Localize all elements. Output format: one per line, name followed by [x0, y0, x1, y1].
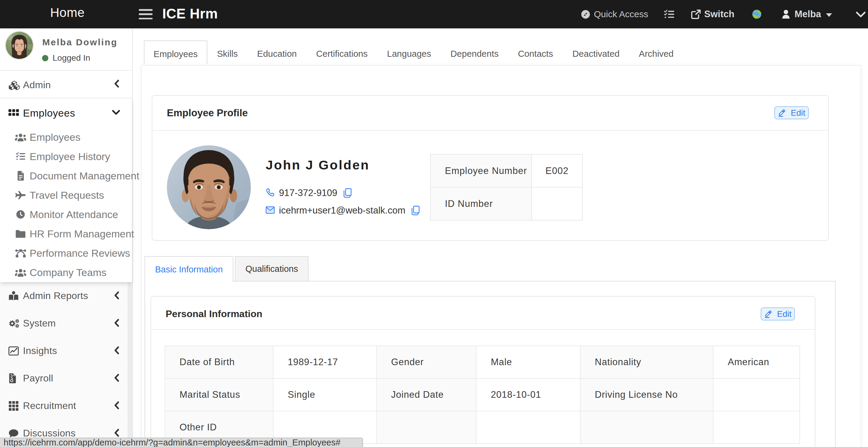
- chevron-down-icon: [112, 108, 121, 118]
- tab-archived[interactable]: Archived: [629, 40, 683, 64]
- sidebar-item-label: Monitor Attendance: [30, 209, 118, 221]
- sidebar-item-label: Company Teams: [30, 267, 107, 279]
- sidebar-group-label: Insights: [23, 345, 57, 356]
- copy-icon[interactable]: [411, 205, 421, 216]
- copy-icon[interactable]: [343, 188, 352, 198]
- pen-icon: [764, 310, 772, 318]
- chevron-left-icon: [113, 373, 121, 384]
- users-icon: [14, 268, 27, 277]
- users-icon: [14, 133, 27, 141]
- sidebar-item-performance-reviews[interactable]: Performance Reviews: [0, 244, 132, 263]
- sidebar-item-company-teams[interactable]: Company Teams: [0, 263, 132, 282]
- user-menu[interactable]: Melba: [781, 0, 832, 28]
- sidebar-item-document-management[interactable]: Document Management: [0, 166, 132, 186]
- sidebar-scrollbar[interactable]: [128, 282, 132, 447]
- chevron-down-icon[interactable]: [855, 0, 867, 28]
- chevron-left-icon: [113, 291, 121, 301]
- main-content: Employees Skills Education Certification…: [133, 28, 868, 447]
- sidebar-item-label: HR Form Management: [30, 228, 134, 240]
- info-value: 1989-12-17: [273, 346, 377, 378]
- tab-education[interactable]: Education: [248, 40, 306, 64]
- info-label: Date of Birth: [165, 346, 273, 378]
- info-label: Driving License No: [580, 378, 713, 411]
- sidebar-group-label: Employees: [23, 107, 75, 119]
- folder-icon: [14, 229, 27, 238]
- phone-number: 917-372-9109: [279, 188, 337, 198]
- edit-profile-button[interactable]: Edit: [774, 106, 809, 119]
- card-header: Personal Information Edit: [151, 296, 815, 330]
- tasks-button[interactable]: [664, 0, 675, 28]
- info-label: Marital Status: [165, 378, 273, 411]
- sidebar-group-label: Admin Reports: [23, 290, 88, 301]
- sidebar-group-label: Payroll: [23, 373, 53, 384]
- tab-languages[interactable]: Languages: [377, 40, 441, 64]
- chevron-left-icon: [113, 79, 121, 89]
- compass-icon: [581, 10, 590, 19]
- chevron-left-icon: [113, 428, 121, 439]
- bezier-curve-icon: [14, 249, 27, 258]
- info-value: 2018-10-01: [476, 378, 580, 411]
- sidebar-group-system[interactable]: System: [0, 310, 132, 337]
- tasks-icon: [664, 10, 675, 19]
- sidebar-group-admin-reports[interactable]: Admin Reports: [0, 282, 132, 310]
- sidebar-item-monitor-attendance[interactable]: Monitor Attendance: [0, 205, 132, 224]
- card-header: Employee Profile Edit: [152, 96, 828, 131]
- info-label: Gender: [377, 346, 476, 378]
- sidebar-group-admin[interactable]: Admin: [0, 71, 132, 98]
- tasks-icon: [14, 152, 27, 161]
- employee-photo: [167, 145, 251, 229]
- sidebar-item-travel-requests[interactable]: Travel Requests: [0, 186, 132, 205]
- switch-button[interactable]: Switch: [691, 0, 735, 28]
- pen-icon: [778, 109, 786, 117]
- info-value: [713, 378, 800, 411]
- external-link-icon: [691, 9, 701, 19]
- subtab-qualifications[interactable]: Qualifications: [235, 256, 309, 281]
- employee-meta-table: Employee Number E002 ID Number: [430, 154, 583, 221]
- sidebar-profile: Melba Dowling Logged In: [0, 28, 132, 71]
- sidebar-group-payroll[interactable]: Payroll: [0, 364, 132, 392]
- profile-subtabs: Basic Information Qualifications: [145, 256, 836, 282]
- sidebar-group-employees-header[interactable]: Employees: [0, 98, 132, 127]
- info-value: American: [713, 346, 800, 378]
- personal-info-table: Date of Birth 1989-12-17 Gender Male Nat…: [165, 346, 800, 444]
- meta-value: [532, 187, 582, 220]
- meta-value: E002: [532, 154, 582, 187]
- email-address: icehrm+user1@web-stalk.com: [279, 205, 405, 216]
- info-value: [476, 411, 580, 444]
- sidebar-item-hr-form-management[interactable]: HR Form Management: [0, 224, 132, 244]
- hamburger-icon[interactable]: [139, 9, 153, 19]
- browser-status-bar: https://icehrm.com/app/demo-icehrm/?g=ad…: [0, 438, 363, 447]
- meta-label: Employee Number: [430, 154, 532, 187]
- globe-icon[interactable]: [752, 0, 762, 28]
- sidebar-item-employee-history[interactable]: Employee History: [0, 147, 132, 166]
- tab-contacts[interactable]: Contacts: [508, 40, 563, 64]
- tab-dependents[interactable]: Dependents: [441, 40, 508, 64]
- card-title: Employee Profile: [167, 107, 248, 119]
- person-icon: [781, 9, 790, 19]
- chevron-left-icon: [113, 346, 121, 356]
- tab-skills[interactable]: Skills: [207, 40, 248, 64]
- sidebar-group-label: Recruitment: [23, 400, 76, 411]
- sidebar-group-insights[interactable]: Insights: [0, 337, 132, 364]
- info-label: [377, 411, 476, 444]
- email-row: icehrm+user1@web-stalk.com: [266, 204, 421, 217]
- plane-icon: [14, 191, 27, 200]
- table-row: ID Number: [430, 187, 582, 220]
- edit-label: Edit: [790, 108, 805, 118]
- tab-deactivated[interactable]: Deactivated: [563, 40, 629, 64]
- switch-label: Switch: [704, 9, 735, 20]
- quick-access-button[interactable]: Quick Access: [581, 0, 648, 28]
- employee-profile-card: Employee Profile Edit: [152, 95, 829, 241]
- status-url: https://icehrm.com/app/demo-icehrm/?g=ad…: [4, 438, 341, 447]
- subtab-basic-information[interactable]: Basic Information: [145, 256, 233, 282]
- sidebar-group-recruitment[interactable]: Recruitment: [0, 392, 132, 419]
- edit-label: Edit: [777, 309, 792, 319]
- tab-certifications[interactable]: Certifications: [306, 40, 377, 64]
- user-avatar[interactable]: [6, 32, 33, 59]
- chevron-left-icon: [113, 401, 121, 411]
- meta-label: ID Number: [430, 187, 532, 220]
- sidebar-item-employees[interactable]: Employees: [0, 127, 132, 147]
- phone-row: 917-372-9109: [266, 186, 352, 200]
- edit-personal-info-button[interactable]: Edit: [761, 308, 795, 320]
- tab-employees[interactable]: Employees: [144, 40, 207, 64]
